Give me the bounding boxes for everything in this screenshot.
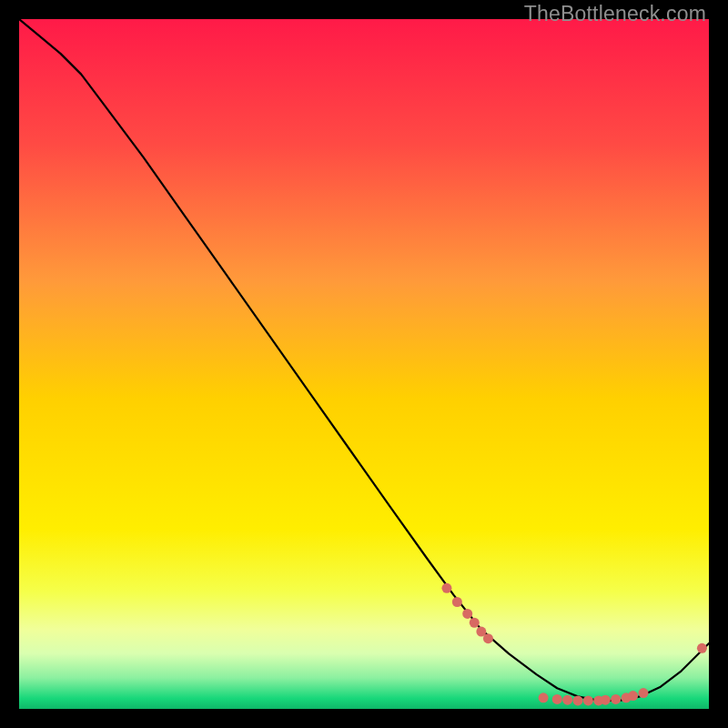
data-point: [601, 695, 611, 705]
data-point: [452, 597, 462, 607]
data-point: [638, 688, 648, 698]
data-point: [552, 694, 562, 704]
data-point: [462, 609, 472, 619]
watermark-text: TheBottleneck.com: [524, 2, 706, 26]
bottleneck-chart: [19, 19, 709, 709]
data-point: [539, 693, 549, 703]
data-point: [562, 695, 572, 705]
data-point: [441, 583, 451, 593]
data-point: [611, 694, 621, 704]
data-point: [572, 695, 582, 705]
chart-stage: TheBottleneck.com: [0, 0, 728, 728]
data-point: [470, 618, 480, 628]
data-point: [697, 643, 707, 653]
gradient-background: [19, 19, 709, 709]
data-point: [583, 695, 593, 705]
data-point: [483, 633, 493, 643]
data-point: [628, 691, 638, 701]
